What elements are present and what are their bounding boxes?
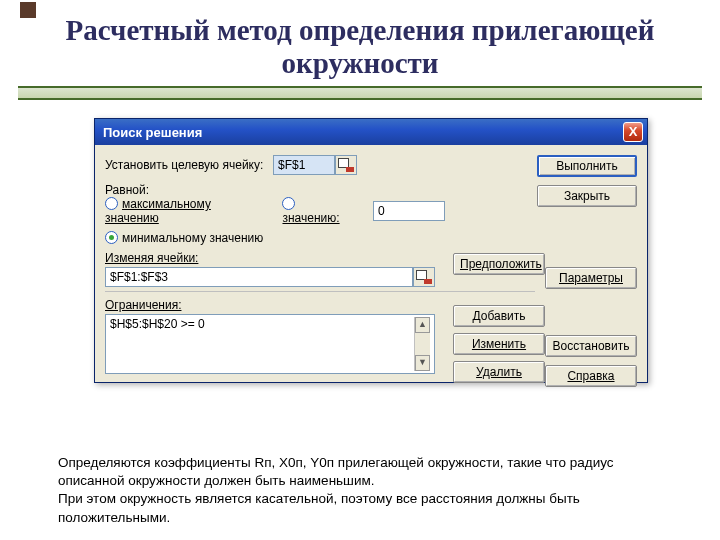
chevron-up-icon[interactable]: ▲	[415, 317, 430, 333]
params-button[interactable]: Параметры	[545, 267, 637, 289]
mid-button-column: Предположить Добавить Изменить Удалить	[453, 253, 545, 383]
radio-max[interactable]: максимальному значению	[105, 197, 264, 225]
scrollbar[interactable]: ▲ ▼	[414, 317, 430, 371]
delete-button[interactable]: Удалить	[453, 361, 545, 383]
constraints-label: Ограничения:	[105, 298, 445, 312]
dialog-body: Установить целевую ячейку: Равной: макси…	[95, 145, 647, 382]
ref-picker-icon[interactable]	[413, 267, 435, 287]
slide-accent-square	[20, 2, 36, 18]
help-button[interactable]: Справка	[545, 365, 637, 387]
slide-frame: Расчетный метод определения прилегающей …	[18, 0, 702, 510]
list-item[interactable]: $H$5:$H$20 >= 0	[110, 317, 414, 371]
chevron-down-icon[interactable]: ▼	[415, 355, 430, 371]
footer-paragraph-1: Определяются коэффициенты Rп, X0п, Y0п п…	[58, 454, 668, 490]
radio-max-label: максимальному значению	[105, 197, 211, 225]
execute-button[interactable]: Выполнить	[537, 155, 637, 177]
dialog-title: Поиск решения	[103, 125, 202, 140]
right-button-column: Выполнить Закрыть	[537, 155, 637, 207]
radio-min-label: минимальному значению	[122, 231, 263, 245]
footer-text: Определяются коэффициенты Rп, X0п, Y0п п…	[58, 454, 668, 527]
radio-min[interactable]: минимальному значению	[105, 231, 445, 245]
guess-button[interactable]: Предположить	[453, 253, 545, 275]
footer-paragraph-2: При этом окружность является касательной…	[58, 490, 668, 526]
target-cell-input[interactable]	[273, 155, 335, 175]
titlebar[interactable]: Поиск решения X	[95, 119, 647, 145]
slide-stripe	[18, 86, 702, 100]
ref-picker-icon[interactable]	[335, 155, 357, 175]
solver-dialog: Поиск решения X Установить целевую ячейк…	[94, 118, 648, 383]
slide-title: Расчетный метод определения прилегающей …	[18, 0, 702, 89]
restore-button[interactable]: Восстановить	[545, 335, 637, 357]
radio-value-label: значению:	[282, 211, 339, 225]
varying-cells-label: Изменяя ячейки:	[105, 251, 445, 265]
right-lower-column: Параметры Восстановить Справка	[545, 267, 637, 387]
add-button[interactable]: Добавить	[453, 305, 545, 327]
close-dialog-button[interactable]: Закрыть	[537, 185, 637, 207]
constraints-listbox[interactable]: $H$5:$H$20 >= 0 ▲ ▼	[105, 314, 435, 374]
close-button[interactable]: X	[623, 122, 643, 142]
change-button[interactable]: Изменить	[453, 333, 545, 355]
equal-label: Равной:	[105, 181, 159, 197]
close-icon: X	[629, 124, 638, 139]
value-input[interactable]	[373, 201, 445, 221]
target-cell-label: Установить целевую ячейку:	[105, 158, 273, 172]
varying-cells-input[interactable]	[105, 267, 413, 287]
radio-value[interactable]: значению:	[282, 197, 355, 225]
